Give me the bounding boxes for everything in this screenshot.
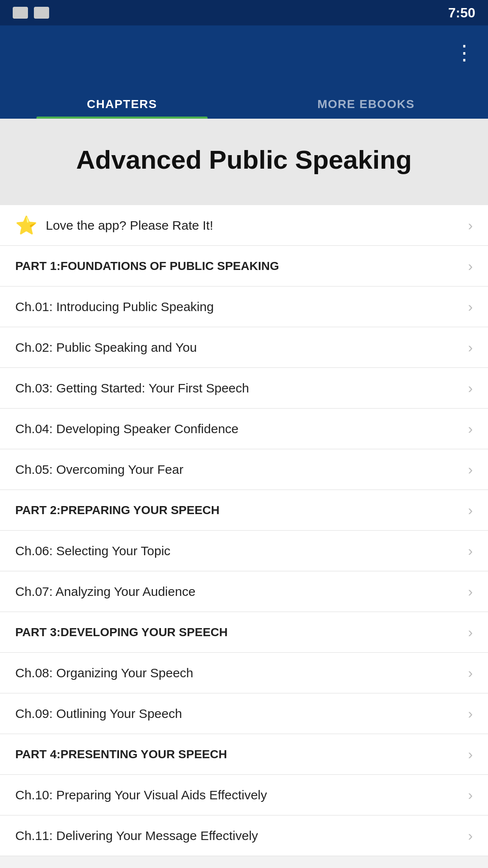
notification-icon bbox=[13, 7, 28, 19]
chevron-right-icon: › bbox=[468, 746, 473, 762]
list-item-content-ch09: Ch.09: Outlining Your Speech bbox=[15, 705, 468, 722]
chevron-right-icon: › bbox=[468, 217, 473, 234]
list-item-text-ch09: Ch.09: Outlining Your Speech bbox=[15, 705, 182, 722]
list-item-text-part3: PART 3:DEVELOPING YOUR SPEECH bbox=[15, 625, 228, 640]
list-item-text-ch03: Ch.03: Getting Started: Your First Speec… bbox=[15, 380, 249, 396]
list-item-text-part4: PART 4:PRESENTING YOUR SPEECH bbox=[15, 747, 227, 762]
list-item-part1[interactable]: PART 1:FOUNDATIONS OF PUBLIC SPEAKING› bbox=[0, 246, 488, 287]
list-item-ch10[interactable]: Ch.10: Preparing Your Visual Aids Effect… bbox=[0, 775, 488, 815]
list-item-text-ch04: Ch.04: Developing Speaker Confidence bbox=[15, 420, 238, 437]
rate-app-item[interactable]: ⭐ Love the app? Please Rate It! › bbox=[0, 205, 488, 246]
list-item-content-ch04: Ch.04: Developing Speaker Confidence bbox=[15, 420, 468, 437]
chevron-right-icon: › bbox=[468, 542, 473, 559]
list-item-text-ch06: Ch.06: Selecting Your Topic bbox=[15, 542, 170, 559]
tab-bar: CHAPTERS MORE EBOOKS bbox=[0, 81, 488, 119]
list-item-ch04[interactable]: Ch.04: Developing Speaker Confidence› bbox=[0, 409, 488, 449]
list-item-ch03[interactable]: Ch.03: Getting Started: Your First Speec… bbox=[0, 368, 488, 409]
list-item-text-part2: PART 2:PREPARING YOUR SPEECH bbox=[15, 503, 219, 518]
list-item-ch01[interactable]: Ch.01: Introducing Public Speaking› bbox=[0, 287, 488, 327]
book-title: Advanced Public Speaking bbox=[17, 144, 471, 175]
chevron-right-icon: › bbox=[468, 420, 473, 437]
list-item-ch07[interactable]: Ch.07: Analyzing Your Audience› bbox=[0, 571, 488, 612]
chevron-right-icon: › bbox=[468, 461, 473, 478]
list-item-ch09[interactable]: Ch.09: Outlining Your Speech› bbox=[0, 693, 488, 734]
list-item-content-ch11: Ch.11: Delivering Your Message Effective… bbox=[15, 827, 468, 844]
chevron-right-icon: › bbox=[468, 258, 473, 274]
list-item-part2[interactable]: PART 2:PREPARING YOUR SPEECH› bbox=[0, 490, 488, 531]
chevron-right-icon: › bbox=[468, 339, 473, 356]
list-item-content-part1: PART 1:FOUNDATIONS OF PUBLIC SPEAKING bbox=[15, 259, 468, 274]
list-item-ch08[interactable]: Ch.08: Organizing Your Speech› bbox=[0, 653, 488, 693]
list-item-content-ch10: Ch.10: Preparing Your Visual Aids Effect… bbox=[15, 787, 468, 803]
list-item-text-ch01: Ch.01: Introducing Public Speaking bbox=[15, 298, 214, 315]
status-bar: 7:50 bbox=[0, 0, 488, 25]
list-item-part3[interactable]: PART 3:DEVELOPING YOUR SPEECH› bbox=[0, 612, 488, 653]
list-item-content-ch06: Ch.06: Selecting Your Topic bbox=[15, 542, 468, 559]
chevron-right-icon: › bbox=[468, 583, 473, 600]
list-item-content-ch05: Ch.05: Overcoming Your Fear bbox=[15, 461, 468, 478]
signal-icon bbox=[34, 7, 49, 19]
list-item-ch11[interactable]: Ch.11: Delivering Your Message Effective… bbox=[0, 815, 488, 856]
list-item-text-ch07: Ch.07: Analyzing Your Audience bbox=[15, 583, 195, 600]
list-item-text-part1: PART 1:FOUNDATIONS OF PUBLIC SPEAKING bbox=[15, 259, 279, 274]
rate-app-content: ⭐ Love the app? Please Rate It! bbox=[15, 217, 468, 234]
chevron-right-icon: › bbox=[468, 624, 473, 640]
list-item-content-ch01: Ch.01: Introducing Public Speaking bbox=[15, 298, 468, 315]
list-item-content-part4: PART 4:PRESENTING YOUR SPEECH bbox=[15, 747, 468, 762]
list-item-content-part2: PART 2:PREPARING YOUR SPEECH bbox=[15, 503, 468, 518]
overflow-menu-icon[interactable]: ⋮ bbox=[454, 43, 473, 63]
list-item-part4[interactable]: PART 4:PRESENTING YOUR SPEECH› bbox=[0, 734, 488, 775]
chevron-right-icon: › bbox=[468, 298, 473, 315]
chevron-right-icon: › bbox=[468, 380, 473, 396]
list-item-content-part3: PART 3:DEVELOPING YOUR SPEECH bbox=[15, 625, 468, 640]
chapter-list: ⭐ Love the app? Please Rate It! › PART 1… bbox=[0, 205, 488, 856]
rate-app-text: Love the app? Please Rate It! bbox=[46, 217, 213, 234]
tab-chapters[interactable]: CHAPTERS bbox=[0, 97, 244, 119]
list-item-text-ch11: Ch.11: Delivering Your Message Effective… bbox=[15, 827, 258, 844]
tab-more-ebooks[interactable]: MORE EBOOKS bbox=[244, 97, 488, 119]
list-item-content-ch07: Ch.07: Analyzing Your Audience bbox=[15, 583, 468, 600]
app-bar: ⋮ bbox=[0, 25, 488, 81]
list-item-content-ch03: Ch.03: Getting Started: Your First Speec… bbox=[15, 380, 468, 396]
star-icon: ⭐ bbox=[15, 217, 37, 234]
list-item-text-ch08: Ch.08: Organizing Your Speech bbox=[15, 665, 193, 681]
list-item-ch05[interactable]: Ch.05: Overcoming Your Fear› bbox=[0, 449, 488, 490]
chevron-right-icon: › bbox=[468, 705, 473, 722]
list-item-content-ch02: Ch.02: Public Speaking and You bbox=[15, 339, 468, 356]
list-item-text-ch10: Ch.10: Preparing Your Visual Aids Effect… bbox=[15, 787, 267, 803]
chevron-right-icon: › bbox=[468, 502, 473, 518]
status-time: 7:50 bbox=[448, 5, 475, 21]
list-item-ch06[interactable]: Ch.06: Selecting Your Topic› bbox=[0, 531, 488, 571]
list-item-text-ch02: Ch.02: Public Speaking and You bbox=[15, 339, 197, 356]
book-title-section: Advanced Public Speaking bbox=[0, 119, 488, 205]
list-item-text-ch05: Ch.05: Overcoming Your Fear bbox=[15, 461, 183, 478]
chevron-right-icon: › bbox=[468, 665, 473, 681]
list-item-content-ch08: Ch.08: Organizing Your Speech bbox=[15, 665, 468, 681]
status-icons bbox=[13, 7, 49, 19]
list-item-ch02[interactable]: Ch.02: Public Speaking and You› bbox=[0, 327, 488, 368]
chevron-right-icon: › bbox=[468, 827, 473, 844]
chevron-right-icon: › bbox=[468, 787, 473, 803]
